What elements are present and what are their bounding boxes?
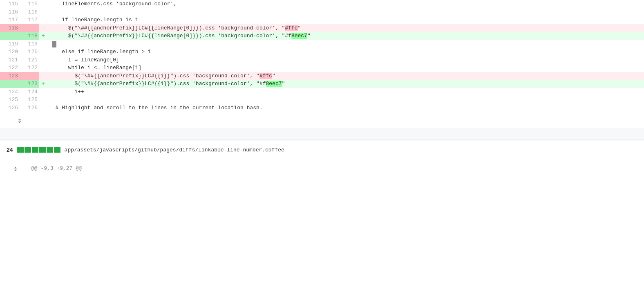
table-row: 120 120 else if lineRange.length > 1: [0, 48, 644, 56]
line-code: i = lineRange[0]: [47, 56, 644, 64]
diff-container: 115 115 lineElements.css 'background-col…: [0, 0, 644, 176]
line-num-new[interactable]: 123: [20, 80, 39, 88]
hunk-info: @@ -9,3 +9,27 @@: [31, 165, 82, 171]
diff-table: 115 115 lineElements.css 'background-col…: [0, 0, 644, 112]
line-marker: [39, 104, 47, 112]
line-code: else if lineRange.length > 1: [47, 48, 644, 56]
line-num-new[interactable]: 125: [20, 96, 39, 104]
table-row: 126 126 # Highlight and scroll to the li…: [0, 104, 644, 112]
table-row: 119 119: [0, 40, 644, 48]
highlight-green: 8eec7: [266, 81, 282, 87]
table-row: 121 121 i = lineRange[0]: [0, 56, 644, 64]
line-marker: [39, 40, 47, 48]
table-row: 122 122 while i <= lineRange[1]: [0, 64, 644, 72]
line-num-old[interactable]: 123: [0, 72, 20, 80]
line-marker-added: +: [39, 80, 47, 88]
line-num-old[interactable]: 120: [0, 48, 20, 56]
line-num-old[interactable]: 122: [0, 64, 20, 72]
table-row: 117 117 if lineRange.length is 1: [0, 16, 644, 24]
line-marker-added: +: [39, 32, 47, 40]
table-row: 115 115 lineElements.css 'background-col…: [0, 0, 644, 8]
line-marker: [39, 88, 47, 96]
stat-block-4: [39, 147, 46, 153]
line-marker: [39, 8, 47, 16]
stat-block-2: [25, 147, 31, 153]
line-code: $("\##{{anchorPrefix}}LC#{{lineRange[0]}…: [47, 24, 644, 32]
line-marker-deleted: -: [39, 24, 47, 32]
stat-block-3: [32, 147, 38, 153]
expand-icon[interactable]: ⇕: [0, 112, 39, 128]
line-num-new[interactable]: 115: [20, 0, 39, 8]
line-num-new[interactable]: 124: [20, 88, 39, 96]
hunk-header: ⇕ @@ -9,3 +9,27 @@: [0, 161, 644, 176]
line-num-old[interactable]: 116: [0, 8, 20, 16]
table-row: 124 124 i++: [0, 88, 644, 96]
line-marker: [39, 96, 47, 104]
file-path[interactable]: app/assets/javascripts/github/pages/diff…: [65, 147, 284, 153]
table-row: 116 116: [0, 8, 644, 16]
line-code: [47, 8, 644, 16]
line-num-new[interactable]: 119: [20, 40, 39, 48]
hunk-expand-icon[interactable]: ⇕: [3, 164, 28, 173]
table-row: 125 125: [0, 96, 644, 104]
text-cursor: [52, 41, 56, 47]
line-num-old[interactable]: 121: [0, 56, 20, 64]
line-num-old[interactable]: 124: [0, 88, 20, 96]
line-code: $("\##{{anchorPrefix}}LC#{{lineRange[0]}…: [47, 32, 644, 40]
file-header: 24 app/assets/javascripts/github/pages/d…: [0, 140, 644, 159]
line-code: if lineRange.length is 1: [47, 16, 644, 24]
table-row: 118 - $("\##{{anchorPrefix}}LC#{{lineRan…: [0, 24, 644, 32]
line-num-new[interactable]: 122: [20, 64, 39, 72]
line-num-old[interactable]: [0, 32, 20, 40]
line-num-old[interactable]: 117: [0, 16, 20, 24]
line-num-old[interactable]: 118: [0, 24, 20, 32]
table-row: 118 + $("\##{{anchorPrefix}}LC#{{lineRan…: [0, 32, 644, 40]
line-num-old[interactable]: 126: [0, 104, 20, 112]
line-marker: [39, 56, 47, 64]
line-num-old[interactable]: [0, 80, 20, 88]
line-num-old[interactable]: 115: [0, 0, 20, 8]
highlight-green: 8eec7: [291, 33, 307, 39]
file-number: 24: [7, 146, 13, 153]
line-code: lineElements.css 'background-color',: [47, 0, 644, 8]
section-spacer: [0, 128, 644, 140]
line-num-new[interactable]: 118: [20, 32, 39, 40]
highlight-red: #ffc: [259, 73, 272, 79]
line-code: [47, 40, 644, 48]
line-num-new[interactable]: 116: [20, 8, 39, 16]
highlight-red: #ffc: [285, 25, 297, 31]
table-row: 123 + $("\##{{anchorPrefix}}LC#{{i}}").c…: [0, 80, 644, 88]
line-code: # Highlight and scroll to the lines in t…: [47, 104, 644, 112]
line-num-new[interactable]: 117: [20, 16, 39, 24]
line-num-new[interactable]: [20, 72, 39, 80]
line-num-old[interactable]: 125: [0, 96, 20, 104]
table-row: 123 - $("\##{{anchorPrefix}}LC#{{i}}").c…: [0, 72, 644, 80]
stat-block-5: [47, 147, 53, 153]
expand-row[interactable]: ⇕: [0, 112, 644, 128]
line-marker: [39, 16, 47, 24]
stat-block-1: [17, 147, 24, 153]
line-num-new[interactable]: [20, 24, 39, 32]
line-marker: [39, 48, 47, 56]
line-marker: [39, 64, 47, 72]
line-marker: [39, 0, 47, 8]
stat-block-6: [54, 147, 60, 153]
line-num-new[interactable]: 121: [20, 56, 39, 64]
line-code: [47, 96, 644, 104]
line-num-new[interactable]: 120: [20, 48, 39, 56]
line-marker-deleted: -: [39, 72, 47, 80]
line-code: while i <= lineRange[1]: [47, 64, 644, 72]
line-code: i++: [47, 88, 644, 96]
line-code: $("\##{{anchorPrefix}}LC#{{i}}").css 'ba…: [47, 72, 644, 80]
line-code: $("\##{{anchorPrefix}}LC#{{i}}").css 'ba…: [47, 80, 644, 88]
line-num-new[interactable]: 126: [20, 104, 39, 112]
diff-stat-bar: [17, 147, 60, 153]
line-num-old[interactable]: 119: [0, 40, 20, 48]
